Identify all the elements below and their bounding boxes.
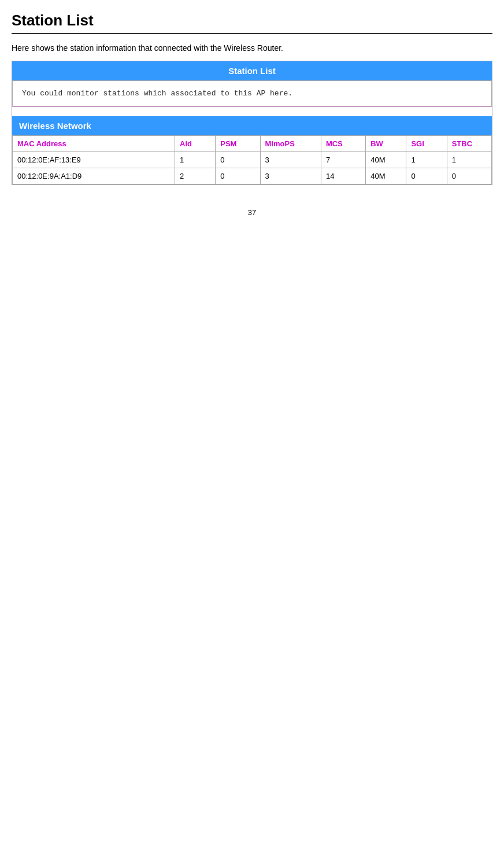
cell-aid: 2 <box>175 168 216 184</box>
cell-mcs: 14 <box>321 168 365 184</box>
cell-stbc: 0 <box>447 168 491 184</box>
cell-mimops: 3 <box>260 168 321 184</box>
page-number: 37 <box>12 208 492 217</box>
col-header-mimops: MimoPS <box>260 136 321 152</box>
col-header-sgi: SGI <box>406 136 447 152</box>
cell-aid: 1 <box>175 152 216 168</box>
cell-mimops: 3 <box>260 152 321 168</box>
cell-stbc: 1 <box>447 152 491 168</box>
station-table: MAC Address Aid PSM MimoPS MCS BW SGI ST… <box>12 135 492 184</box>
col-header-aid: Aid <box>175 136 216 152</box>
cell-bw: 40M <box>366 168 406 184</box>
cell-mac: 00:12:0E:AF:13:E9 <box>13 152 175 168</box>
section-header-bar: Station List <box>12 61 492 80</box>
col-header-psm: PSM <box>216 136 260 152</box>
cell-psm: 0 <box>216 168 260 184</box>
table-row: 00:12:0E:AF:13:E9103740M11 <box>13 152 492 168</box>
cell-bw: 40M <box>366 152 406 168</box>
cell-mcs: 7 <box>321 152 365 168</box>
cell-mac: 00:12:0E:9A:A1:D9 <box>13 168 175 184</box>
col-header-bw: BW <box>366 136 406 152</box>
col-header-mcs: MCS <box>321 136 365 152</box>
col-header-mac: MAC Address <box>13 136 175 152</box>
cell-psm: 0 <box>216 152 260 168</box>
info-message: You could monitor stations which associa… <box>12 80 492 106</box>
page-title: Station List <box>12 12 492 34</box>
col-header-stbc: STBC <box>447 136 491 152</box>
table-row: 00:12:0E:9A:A1:D92031440M00 <box>13 168 492 184</box>
table-header-row: MAC Address Aid PSM MimoPS MCS BW SGI ST… <box>13 136 492 152</box>
page-description: Here shows the station information that … <box>12 43 492 53</box>
divider <box>12 106 492 107</box>
cell-sgi: 0 <box>406 168 447 184</box>
cell-sgi: 1 <box>406 152 447 168</box>
wireless-network-header: Wireless Network <box>12 116 492 135</box>
